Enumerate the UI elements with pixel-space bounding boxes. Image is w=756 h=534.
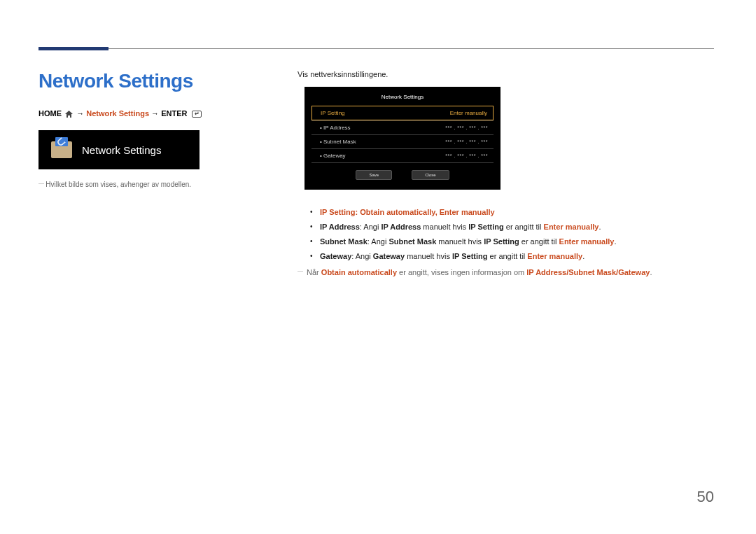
key-label: Subnet Mask (320, 237, 368, 246)
key-label: IP Setting (468, 223, 504, 231)
value-label: Enter manually (527, 252, 582, 260)
breadcrumb-path: Network Settings (86, 109, 149, 118)
header-rule (38, 48, 714, 49)
text: er angitt til (487, 252, 527, 260)
text: manuelt hvis (436, 237, 484, 246)
key-label: Subnet Mask (388, 237, 436, 246)
text: er angitt, vises ingen informasjon om (397, 268, 526, 276)
key-label: IP Setting (484, 237, 519, 246)
text: : Angi (368, 237, 389, 246)
panel-row-ip-address[interactable]: IP Address *** . *** . *** . *** (312, 120, 493, 134)
panel-row-label: Gateway (320, 153, 346, 159)
breadcrumb-home: HOME (38, 109, 62, 118)
key-label: Gateway (618, 268, 650, 276)
panel-row-gateway[interactable]: Gateway *** . *** . *** . *** (312, 148, 493, 163)
value-label: Enter manually (544, 223, 599, 231)
network-settings-tile: Network Settings (38, 130, 200, 169)
panel-row-subnet-mask[interactable]: Subnet Mask *** . *** . *** . *** (312, 134, 493, 148)
page-number: 50 (697, 488, 714, 506)
panel-row-value: *** . *** . *** . *** (445, 153, 488, 158)
breadcrumb-enter: ENTER (161, 109, 187, 118)
list-item: Gateway: Angi Gateway manuelt hvis IP Se… (310, 249, 714, 264)
value-label: Obtain automatically (360, 208, 435, 216)
key-label: Gateway (320, 252, 351, 260)
panel-row-label: IP Setting (321, 110, 345, 116)
key-label: IP Address (381, 223, 421, 231)
text: Når (307, 268, 321, 276)
key-label: IP Setting (452, 252, 488, 260)
text: . (582, 252, 584, 260)
arrow-icon: → (76, 109, 86, 118)
arrow-icon: → (151, 109, 161, 118)
panel-row-value: Enter manually (450, 110, 487, 116)
settings-panel: Network Settings IP Setting Enter manual… (304, 87, 500, 190)
text: er angitt til (519, 237, 559, 246)
enter-icon (192, 111, 202, 118)
left-column: Network Settings HOME → Network Settings… (38, 70, 270, 279)
text: : Angi (351, 252, 373, 260)
panel-row-value: *** . *** . *** . *** (445, 139, 488, 144)
bullet-list: IP Setting: Obtain automatically, Enter … (310, 205, 714, 264)
home-icon (65, 111, 73, 118)
text: : Angi (360, 223, 382, 231)
left-footnote: Hvilket bilde som vises, avhenger av mod… (38, 179, 270, 190)
right-column: Vis nettverksinnstillingene. Network Set… (298, 70, 714, 279)
list-item: Subnet Mask: Angi Subnet Mask manuelt hv… (310, 234, 714, 249)
key-label: IP Address (320, 223, 360, 231)
panel-row-value: *** . *** . *** . *** (445, 125, 488, 130)
text: er angitt til (504, 223, 544, 231)
dash-icon: ― (298, 267, 303, 274)
header-accent (38, 47, 108, 50)
value-label: Enter manually (559, 237, 615, 246)
network-icon (51, 141, 72, 158)
key-label: IP Address (526, 268, 566, 276)
value-label: Enter manually (440, 208, 495, 216)
text: . (614, 237, 616, 246)
panel-row-label: IP Address (320, 125, 351, 131)
save-button[interactable]: Save (356, 170, 392, 180)
page-title: Network Settings (38, 70, 270, 92)
bottom-footnote: ― Når Obtain automatically er angitt, vi… (298, 265, 714, 280)
text: . (598, 223, 601, 231)
text: . (650, 268, 652, 276)
list-item: IP Address: Angi IP Address manuelt hvis… (310, 220, 714, 234)
text: manuelt hvis (405, 252, 452, 260)
breadcrumb: HOME → Network Settings → ENTER (38, 109, 270, 118)
panel-row-ip-setting[interactable]: IP Setting Enter manually (312, 106, 493, 120)
key-label: IP Setting (320, 208, 356, 216)
key-label: Subnet Mask (568, 268, 616, 276)
close-button[interactable]: Close (412, 170, 449, 180)
intro-text: Vis nettverksinnstillingene. (298, 70, 714, 78)
panel-row-label: Subnet Mask (320, 139, 356, 145)
tile-label: Network Settings (82, 144, 161, 156)
key-label: Obtain automatically (321, 268, 397, 276)
text: manuelt hvis (421, 223, 468, 231)
key-label: Gateway (373, 252, 405, 260)
panel-title: Network Settings (304, 94, 500, 100)
list-item: IP Setting: Obtain automatically, Enter … (310, 205, 714, 220)
